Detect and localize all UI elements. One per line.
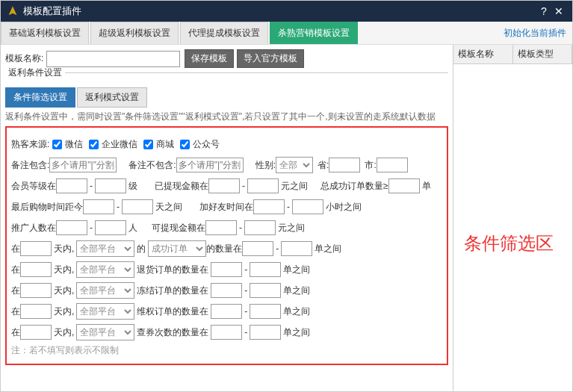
remark-include-label: 备注包含: — [11, 159, 49, 172]
coupon-to[interactable] — [250, 325, 281, 340]
note-text: 注：若不填写则表示不限制 — [11, 344, 442, 357]
total-orders-label: 总成功订单数量≥ — [320, 180, 388, 193]
rebate-condition-fieldset: 条件筛选设置 返利模式设置 返利条件设置中，需同时设置"条件筛选设置""返利模式… — [5, 72, 448, 365]
init-plugin-link[interactable]: 初始化当前插件 — [498, 27, 572, 40]
platform-select-1[interactable]: 全部平台 — [76, 240, 134, 257]
side-panel: 模板名称 模板类型 条件筛选区 — [453, 45, 572, 391]
import-template-button[interactable]: 导入官方模板 — [237, 49, 304, 68]
frozen-orders-label: 冻结订单的数量在 — [137, 284, 208, 297]
source-label: 熟客来源: — [11, 138, 49, 151]
days-input-3[interactable] — [20, 283, 52, 298]
in-label-3: 在 — [11, 284, 20, 297]
return-from[interactable] — [211, 262, 242, 277]
friend-from-input[interactable] — [253, 199, 285, 214]
order-type-select[interactable]: 成功订单 — [148, 240, 206, 257]
prom-to-input[interactable] — [95, 220, 126, 235]
save-template-button[interactable]: 保存模板 — [185, 49, 234, 68]
withdrawable-label: 可提现金额在 — [152, 222, 205, 234]
tab-basic-rebate[interactable]: 基础返利模板设置 — [1, 22, 89, 44]
titlebar: 模板配置插件 ? ✕ — [1, 1, 572, 22]
wcash-from-input[interactable] — [205, 220, 237, 235]
coupon-query-label: 查券次数的数量在 — [137, 326, 208, 339]
platform-select-4[interactable]: 全部平台 — [76, 303, 134, 320]
days-input-5[interactable] — [20, 325, 52, 340]
close-button[interactable]: ✕ — [551, 5, 566, 17]
return-orders-label: 退货订单的数量在 — [137, 264, 208, 276]
remark-exclude-input[interactable] — [176, 158, 244, 172]
tab-kill-marketing[interactable]: 杀熟营销模板设置 — [270, 22, 358, 44]
coupon-from[interactable] — [211, 325, 242, 340]
hint-text: 返利条件设置中，需同时设置"条件筛选设置""返利模式设置",若只设置了其中一个,… — [5, 111, 448, 123]
days-input-1[interactable] — [20, 241, 52, 256]
subtab-mode[interactable]: 返利模式设置 — [77, 87, 147, 108]
cb-enterprise-wechat[interactable] — [89, 140, 99, 149]
in-label-4: 在 — [11, 305, 20, 318]
wcash-to-input[interactable] — [244, 220, 276, 235]
cb-official-account-label: 公众号 — [193, 138, 220, 151]
in-label-2: 在 — [11, 264, 20, 276]
total-orders-input[interactable] — [388, 178, 420, 193]
template-name-label: 模板名称: — [5, 52, 43, 65]
withdrawn-label: 已提现金额在 — [155, 180, 208, 193]
gender-select[interactable]: 全部 — [276, 157, 313, 173]
level-to-input[interactable] — [95, 178, 126, 193]
platform-select-2[interactable]: 全部平台 — [76, 261, 134, 278]
in-label-1: 在 — [11, 243, 20, 255]
gender-label: 性别: — [255, 159, 276, 172]
province-input[interactable] — [329, 158, 360, 172]
subtab-filter[interactable]: 条件筛选设置 — [5, 87, 75, 108]
lastshop-from-input[interactable] — [83, 199, 114, 214]
remark-exclude-label: 备注不包含: — [128, 159, 176, 172]
side-col-name: 模板名称 — [453, 45, 513, 63]
dispute-to[interactable] — [250, 304, 281, 319]
in-label-5: 在 — [11, 326, 20, 339]
tab-super-rebate[interactable]: 超级返利模板设置 — [90, 22, 179, 44]
cb-mall-label: 商城 — [156, 138, 174, 151]
annotation-label: 条件筛选区 — [464, 231, 554, 255]
qty-to-1[interactable] — [281, 241, 312, 256]
last-shop-label: 最后购物时间距今 — [11, 201, 83, 214]
dispute-orders-label: 维权订单的数量在 — [137, 305, 208, 318]
level-from-input[interactable] — [56, 178, 87, 193]
window-title: 模板配置插件 — [23, 4, 536, 18]
frozen-from[interactable] — [211, 283, 242, 298]
frozen-to[interactable] — [250, 283, 281, 298]
platform-select-5[interactable]: 全部平台 — [76, 324, 134, 340]
days-input-4[interactable] — [20, 304, 52, 319]
tab-agent-commission[interactable]: 代理提成模板设置 — [180, 22, 268, 44]
lastshop-to-input[interactable] — [122, 199, 153, 214]
qty-label-1: 的数量在 — [206, 243, 242, 255]
cb-wechat[interactable] — [52, 140, 62, 149]
top-tabs: 基础返利模板设置 超级返利模板设置 代理提成模板设置 杀熟营销模板设置 初始化当… — [1, 22, 572, 45]
return-to[interactable] — [250, 262, 281, 277]
qty-from-1[interactable] — [242, 241, 273, 256]
help-button[interactable]: ? — [536, 5, 551, 17]
friend-time-label: 加好友时间在 — [199, 201, 253, 214]
main-panel: 模板名称: 保存模板 导入官方模板 条件筛选设置 返利模式设置 返利条件设置中，… — [1, 45, 453, 391]
filter-area: 熟客来源: 微信 企业微信 商城 公众号 备注包含: 备注不包含: 性别: — [5, 126, 448, 365]
cb-enterprise-wechat-label: 企业微信 — [102, 138, 137, 151]
member-level-label: 会员等级在 — [11, 180, 56, 193]
side-list — [453, 64, 572, 391]
withdrawn-from-input[interactable] — [208, 178, 240, 193]
dispute-from[interactable] — [211, 304, 242, 319]
province-label: 省: — [318, 159, 329, 172]
withdrawn-to-input[interactable] — [247, 178, 279, 193]
app-logo-icon — [7, 5, 19, 17]
platform-select-3[interactable]: 全部平台 — [76, 282, 134, 299]
cb-official-account[interactable] — [180, 140, 190, 149]
cb-mall[interactable] — [143, 140, 153, 149]
cb-wechat-label: 微信 — [65, 138, 83, 151]
city-input[interactable] — [377, 158, 408, 172]
friend-to-input[interactable] — [292, 199, 323, 214]
city-label: 市: — [365, 159, 376, 172]
promoter-count-label: 推广人数在 — [11, 222, 56, 234]
remark-include-input[interactable] — [49, 158, 117, 172]
days-input-2[interactable] — [20, 262, 52, 277]
prom-from-input[interactable] — [56, 220, 87, 235]
side-col-type: 模板类型 — [513, 45, 573, 63]
template-name-input[interactable] — [46, 51, 180, 67]
